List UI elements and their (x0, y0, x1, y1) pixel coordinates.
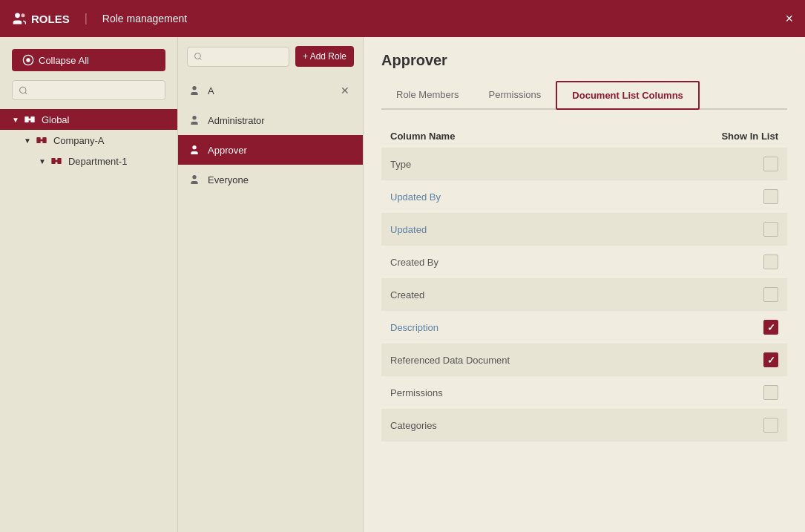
table-row: Updated By (381, 180, 787, 213)
show-in-list-cell (644, 409, 787, 441)
role-item-approver-label: Approver (208, 145, 247, 156)
column-name-cell: Permissions (381, 376, 644, 409)
svg-rect-8 (27, 119, 31, 121)
sidebar-search-container (12, 80, 165, 100)
sidebar-item-global[interactable]: ▼ Global (0, 109, 177, 130)
show-in-list-cell (644, 246, 787, 278)
logo-text: ROLES (31, 13, 70, 25)
sidebar-item-global-label: Global (42, 114, 70, 125)
role-item-administrator[interactable]: Administrator (178, 105, 363, 135)
role-item-administrator-label: Administrator (208, 115, 265, 126)
role-item-a-label: A (208, 85, 214, 96)
role-item-everyone-left: Everyone (190, 174, 249, 185)
table-row: Type (381, 148, 787, 180)
search-icon (19, 85, 28, 96)
show-in-list-cell (644, 180, 787, 213)
svg-point-1 (22, 13, 25, 17)
column-name-cell: Referenced Data Document (381, 344, 644, 376)
role-icon (190, 85, 202, 96)
collapse-icon (22, 54, 34, 66)
sidebar-item-department-1[interactable]: ▼ Department-1 (0, 151, 177, 171)
svg-line-16 (200, 58, 201, 59)
roles-search-container (187, 47, 289, 67)
checkbox-description[interactable] (763, 320, 778, 335)
app-logo: ROLES (12, 11, 70, 26)
table-row: Created By (381, 246, 787, 278)
header-left: ROLES | Role management (12, 11, 187, 26)
tabs-container: Role Members Permissions Document List C… (381, 81, 787, 110)
table-row: Categories (381, 409, 787, 441)
main-container: Collapse All ▼ Global ▼ Company-A (0, 37, 805, 532)
svg-rect-14 (54, 160, 58, 162)
show-in-list-cell (644, 344, 787, 376)
header-title: Role management (102, 13, 187, 24)
role-item-a[interactable]: A ✕ (178, 76, 363, 105)
role-icon (190, 174, 202, 185)
column-name-cell: Updated (381, 213, 644, 246)
checkbox-created[interactable] (763, 287, 778, 302)
sidebar-item-company-a[interactable]: ▼ Company-A (0, 130, 177, 151)
collapse-all-button[interactable]: Collapse All (12, 49, 165, 71)
show-in-list-cell (644, 376, 787, 409)
sidebar-item-department-1-label: Department-1 (68, 156, 127, 167)
checkbox-created-by[interactable] (763, 254, 778, 269)
show-in-list-cell (644, 148, 787, 180)
columns-table: Column Name Show In List TypeUpdated ByU… (381, 125, 787, 441)
page-title: Approver (381, 52, 787, 69)
show-in-list-header: Show In List (644, 125, 787, 148)
svg-line-5 (25, 92, 27, 93)
checkbox-categories[interactable] (763, 418, 778, 433)
role-item-everyone-label: Everyone (208, 174, 249, 185)
column-name-cell: Description (381, 311, 644, 344)
column-name-header: Column Name (381, 125, 644, 148)
role-delete-a-button[interactable]: ✕ (339, 85, 351, 96)
tab-permissions[interactable]: Permissions (474, 81, 556, 110)
collapse-all-label: Collapse All (39, 55, 89, 66)
chevron-down-icon: ▼ (24, 137, 31, 145)
role-item-a-left: A (190, 85, 214, 96)
column-name-cell: Created (381, 278, 644, 311)
svg-point-18 (192, 116, 196, 119)
chevron-right-icon: ▼ (39, 157, 46, 165)
checkbox-type[interactable] (763, 157, 778, 171)
role-item-approver-left: Approver (190, 144, 247, 156)
sidebar-search-input[interactable] (33, 85, 159, 96)
checkbox-updated[interactable] (763, 222, 778, 237)
role-item-admin-left: Administrator (190, 114, 265, 126)
column-name-cell: Created By (381, 246, 644, 278)
table-row: Permissions (381, 376, 787, 409)
svg-point-15 (194, 53, 200, 59)
roles-icon (12, 11, 27, 26)
role-item-everyone[interactable]: Everyone (178, 165, 363, 194)
svg-point-20 (192, 175, 196, 179)
table-header-row: Column Name Show In List (381, 125, 787, 148)
tab-role-members[interactable]: Role Members (381, 81, 474, 110)
table-row: Updated (381, 213, 787, 246)
content-panel: Approver Role Members Permissions Docume… (364, 37, 805, 532)
checkbox-permissions[interactable] (763, 385, 778, 400)
add-role-button[interactable]: + Add Role (295, 46, 354, 67)
svg-point-0 (15, 13, 20, 19)
header-divider: | (85, 12, 88, 25)
role-item-approver[interactable]: Approver (178, 135, 363, 165)
table-row: Referenced Data Document (381, 344, 787, 376)
table-row: Created (381, 278, 787, 311)
app-header: ROLES | Role management × (0, 0, 805, 37)
table-row: Description (381, 311, 787, 344)
svg-point-3 (26, 58, 30, 62)
checkbox-updated-by[interactable] (763, 189, 778, 204)
close-button[interactable]: × (785, 12, 793, 25)
roles-search-input[interactable] (207, 51, 283, 62)
checkbox-referenced-data-document[interactable] (763, 352, 778, 367)
show-in-list-cell (644, 278, 787, 311)
role-icon (190, 114, 202, 126)
tab-document-list-columns[interactable]: Document List Columns (556, 81, 700, 110)
svg-rect-11 (39, 139, 43, 142)
svg-point-19 (192, 145, 196, 149)
group-icon (36, 134, 47, 146)
column-name-cell: Type (381, 148, 644, 180)
search-icon (194, 51, 203, 62)
sidebar-tree: Collapse All ▼ Global ▼ Company-A (0, 37, 178, 532)
role-icon (190, 144, 202, 156)
svg-point-17 (192, 86, 196, 90)
